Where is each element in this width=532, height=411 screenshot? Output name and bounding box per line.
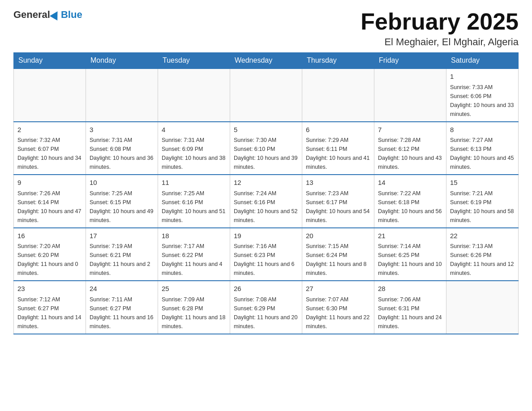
logo-blue-text: Blue [61,9,82,21]
day-info: Sunrise: 7:12 AMSunset: 6:27 PMDaylight:… [17,295,82,331]
day-info: Sunrise: 7:08 AMSunset: 6:29 PMDaylight:… [234,295,298,331]
column-header-thursday: Thursday [302,53,374,69]
week-row-1: 1Sunrise: 7:33 AMSunset: 6:06 PMDaylight… [14,68,519,122]
day-number: 9 [17,178,82,188]
day-number: 3 [90,125,154,135]
calendar-cell: 14Sunrise: 7:22 AMSunset: 6:18 PMDayligh… [374,175,446,228]
calendar-cell: 2Sunrise: 7:32 AMSunset: 6:07 PMDaylight… [14,122,86,175]
calendar-cell: 6Sunrise: 7:29 AMSunset: 6:11 PMDaylight… [302,122,374,175]
day-info: Sunrise: 7:23 AMSunset: 6:17 PMDaylight:… [306,189,370,225]
day-number: 23 [17,284,82,294]
month-title: February 2025 [360,9,519,34]
day-number: 12 [234,178,298,188]
calendar-cell: 15Sunrise: 7:21 AMSunset: 6:19 PMDayligh… [446,175,519,228]
calendar-cell: 22Sunrise: 7:13 AMSunset: 6:26 PMDayligh… [446,228,519,281]
day-number: 16 [17,231,82,241]
column-header-sunday: Sunday [14,53,86,69]
day-number: 11 [162,178,226,188]
day-number: 13 [306,178,370,188]
day-number: 4 [162,125,226,135]
calendar-cell: 1Sunrise: 7:33 AMSunset: 6:06 PMDaylight… [446,68,519,122]
calendar-cell: 17Sunrise: 7:19 AMSunset: 6:21 PMDayligh… [86,228,158,281]
day-info: Sunrise: 7:19 AMSunset: 6:21 PMDaylight:… [90,242,154,278]
calendar-cell: 11Sunrise: 7:25 AMSunset: 6:16 PMDayligh… [158,175,230,228]
day-info: Sunrise: 7:25 AMSunset: 6:15 PMDaylight:… [90,189,154,225]
column-header-tuesday: Tuesday [158,53,230,69]
day-info: Sunrise: 7:31 AMSunset: 6:09 PMDaylight:… [162,136,226,171]
calendar-cell: 27Sunrise: 7:07 AMSunset: 6:30 PMDayligh… [302,281,374,334]
day-info: Sunrise: 7:33 AMSunset: 6:06 PMDaylight:… [450,83,515,119]
day-number: 28 [378,284,442,294]
calendar-cell: 13Sunrise: 7:23 AMSunset: 6:17 PMDayligh… [302,175,374,228]
day-info: Sunrise: 7:07 AMSunset: 6:30 PMDaylight:… [306,295,370,331]
day-info: Sunrise: 7:31 AMSunset: 6:08 PMDaylight:… [90,136,154,171]
week-row-2: 2Sunrise: 7:32 AMSunset: 6:07 PMDaylight… [14,122,519,175]
calendar-cell: 26Sunrise: 7:08 AMSunset: 6:29 PMDayligh… [230,281,302,334]
calendar-cell [14,68,86,122]
calendar-cell [302,68,374,122]
day-info: Sunrise: 7:16 AMSunset: 6:23 PMDaylight:… [234,242,298,278]
calendar-cell: 20Sunrise: 7:15 AMSunset: 6:24 PMDayligh… [302,228,374,281]
day-number: 27 [306,284,370,294]
calendar-cell: 4Sunrise: 7:31 AMSunset: 6:09 PMDaylight… [158,122,230,175]
calendar-cell: 10Sunrise: 7:25 AMSunset: 6:15 PMDayligh… [86,175,158,228]
day-info: Sunrise: 7:21 AMSunset: 6:19 PMDaylight:… [450,189,515,225]
column-header-saturday: Saturday [446,53,519,69]
day-info: Sunrise: 7:28 AMSunset: 6:12 PMDaylight:… [378,136,442,171]
location-title: El Meghaier, El Mghair, Algeria [360,36,519,48]
day-info: Sunrise: 7:06 AMSunset: 6:31 PMDaylight:… [378,295,442,331]
day-number: 6 [306,125,370,135]
calendar-cell: 18Sunrise: 7:17 AMSunset: 6:22 PMDayligh… [158,228,230,281]
week-row-4: 16Sunrise: 7:20 AMSunset: 6:20 PMDayligh… [14,228,519,281]
day-number: 20 [306,231,370,241]
day-number: 17 [90,231,154,241]
calendar-cell [158,68,230,122]
day-info: Sunrise: 7:11 AMSunset: 6:27 PMDaylight:… [90,295,154,331]
calendar-cell: 16Sunrise: 7:20 AMSunset: 6:20 PMDayligh… [14,228,86,281]
day-info: Sunrise: 7:25 AMSunset: 6:16 PMDaylight:… [162,189,226,225]
day-number: 5 [234,125,298,135]
logo: General Blue [13,9,82,21]
day-number: 1 [450,72,515,82]
week-row-5: 23Sunrise: 7:12 AMSunset: 6:27 PMDayligh… [14,281,519,334]
day-info: Sunrise: 7:17 AMSunset: 6:22 PMDaylight:… [162,242,226,278]
day-number: 15 [450,178,515,188]
calendar-cell: 25Sunrise: 7:09 AMSunset: 6:28 PMDayligh… [158,281,230,334]
day-info: Sunrise: 7:24 AMSunset: 6:16 PMDaylight:… [234,189,298,225]
calendar-cell: 3Sunrise: 7:31 AMSunset: 6:08 PMDaylight… [86,122,158,175]
day-number: 2 [17,125,82,135]
page-header: General Blue February 2025 El Meghaier, … [13,9,519,48]
calendar-cell: 23Sunrise: 7:12 AMSunset: 6:27 PMDayligh… [14,281,86,334]
day-number: 18 [162,231,226,241]
column-header-friday: Friday [374,53,446,69]
calendar-header-row: SundayMondayTuesdayWednesdayThursdayFrid… [14,53,519,69]
day-info: Sunrise: 7:30 AMSunset: 6:10 PMDaylight:… [234,136,298,171]
calendar-cell: 24Sunrise: 7:11 AMSunset: 6:27 PMDayligh… [86,281,158,334]
day-info: Sunrise: 7:13 AMSunset: 6:26 PMDaylight:… [450,242,515,278]
calendar-cell [446,281,519,334]
calendar-cell: 8Sunrise: 7:27 AMSunset: 6:13 PMDaylight… [446,122,519,175]
logo-general-text: General [13,9,50,21]
logo-triangle-icon [50,9,61,21]
day-info: Sunrise: 7:20 AMSunset: 6:20 PMDaylight:… [17,242,82,278]
day-info: Sunrise: 7:14 AMSunset: 6:25 PMDaylight:… [378,242,442,278]
day-number: 14 [378,178,442,188]
calendar-cell: 21Sunrise: 7:14 AMSunset: 6:25 PMDayligh… [374,228,446,281]
day-number: 7 [378,125,442,135]
column-header-wednesday: Wednesday [230,53,302,69]
day-number: 10 [90,178,154,188]
day-info: Sunrise: 7:27 AMSunset: 6:13 PMDaylight:… [450,136,515,171]
calendar-cell [86,68,158,122]
day-number: 24 [90,284,154,294]
day-number: 22 [450,231,515,241]
calendar-table: SundayMondayTuesdayWednesdayThursdayFrid… [13,52,519,334]
day-number: 26 [234,284,298,294]
day-number: 19 [234,231,298,241]
calendar-cell: 19Sunrise: 7:16 AMSunset: 6:23 PMDayligh… [230,228,302,281]
calendar-cell: 5Sunrise: 7:30 AMSunset: 6:10 PMDaylight… [230,122,302,175]
column-header-monday: Monday [86,53,158,69]
day-info: Sunrise: 7:29 AMSunset: 6:11 PMDaylight:… [306,136,370,171]
day-number: 25 [162,284,226,294]
title-block: February 2025 El Meghaier, El Mghair, Al… [360,9,519,48]
day-info: Sunrise: 7:22 AMSunset: 6:18 PMDaylight:… [378,189,442,225]
